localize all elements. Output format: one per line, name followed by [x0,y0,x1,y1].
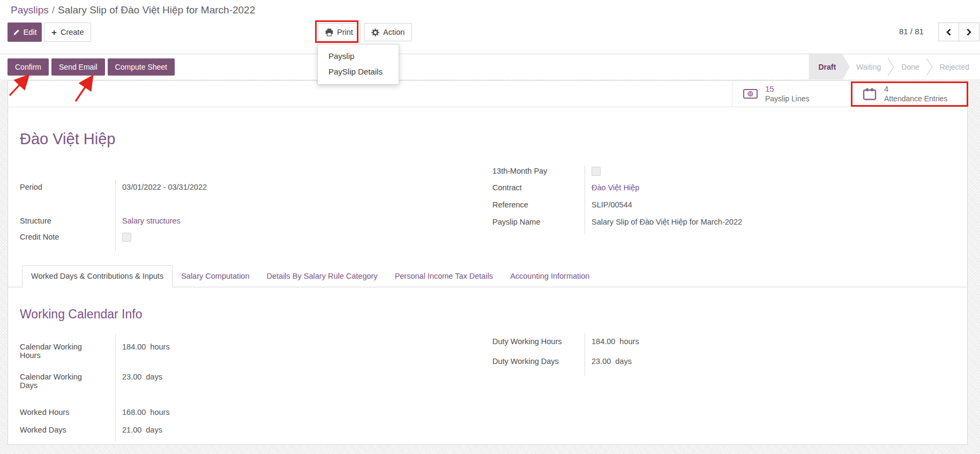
field-row-structure: Structure Salary structures [20,217,384,233]
step-separator-chevron-icon [926,58,933,76]
field-row-duty-working-hours: Duty Working Hours 184.00hours [492,337,867,357]
status-step-draft[interactable]: Draft [809,54,850,80]
tab-accounting-information[interactable]: Accounting Information [502,266,598,287]
confirm-button[interactable]: Confirm [8,58,49,76]
worked-days-value: 21.00days [115,426,162,434]
field-row-calendar-working-hours: Calendar Working Hours 184.00hours [20,343,384,373]
attendance-entries-label: Attendance Entries [884,94,947,104]
pager [938,23,979,41]
calendar-icon [863,88,877,100]
field-group-right: 13th-Month Pay Contract Đào Việt Hiệp Re… [492,167,932,235]
duty-working-days-value: 23.00days [585,357,632,366]
breadcrumb: Payslips/Salary Slip of Đào Việt Hiệp fo… [11,4,255,16]
pencil-icon [13,29,20,36]
tab-personal-income-tax-details[interactable]: Personal Income Tax Details [386,266,502,287]
field-row-credit-note: Credit Note [20,233,384,249]
duty-working-hours-label: Duty Working Hours [492,337,585,346]
record-title: Đào Việt Hiệp [20,130,115,148]
calendar-working-days-value: 23.00days [115,373,162,381]
banknote-icon [743,89,758,99]
pager-value: 81 / 81 [899,27,924,36]
tab-details-by-salary-rule-category[interactable]: Details By Salary Rule Category [258,266,386,287]
printer-icon [325,28,333,36]
payslip-form-page: Payslips/Salary Slip of Đào Việt Hiệp fo… [0,0,980,454]
working-calendar-left-group: Calendar Working Hours 184.00hours Calen… [20,343,384,443]
breadcrumb-current-record: Salary Slip of Đào Việt Hiệp for March-2… [58,4,255,16]
field-row-period: Period 03/01/2022 - 03/31/2022 [20,183,384,200]
payslip-name-label: Payslip Name [492,218,585,226]
notebook-tabbar: Worked Days & Contributions & Inputs Sal… [8,265,967,287]
attendance-entries-count: 4 [884,84,947,94]
field-group-left: Period 03/01/2022 - 03/31/2022 Structure… [20,183,384,249]
plus-icon: + [51,28,57,37]
contract-link[interactable]: Đào Việt Hiệp [592,183,639,192]
field-row-duty-working-days: Duty Working Days 23.00days [492,357,867,377]
credit-note-label: Credit Note [20,233,115,241]
period-label: Period [20,183,115,191]
action-button-label: Action [383,28,405,36]
create-button[interactable]: + Create [44,23,91,42]
record-sheet: 15 Payslip Lines 4 Attendance Entries [8,80,968,445]
tab-worked-days-contributions-inputs[interactable]: Worked Days & Contributions & Inputs [22,265,173,287]
print-menu-item-payslip[interactable]: Payslip [318,48,399,64]
field-row-reference: Reference SLIP/00544 [492,200,932,218]
working-calendar-right-group: Duty Working Hours 184.00hours Duty Work… [492,337,867,377]
structure-label: Structure [20,217,115,225]
attendance-entries-stat-button[interactable]: 4 Attendance Entries [851,81,967,107]
calendar-working-hours-label: Calendar Working Hours [20,343,115,360]
thirteenth-month-pay-label: 13th-Month Pay [492,167,585,175]
status-step-rejected[interactable]: Rejected [933,54,980,80]
chevron-left-icon [946,28,952,36]
step-separator-chevron-icon [887,58,895,76]
gear-icon [371,28,379,36]
calendar-working-hours-value: 184.00hours [115,343,170,351]
send-email-button[interactable]: Send Email [51,58,105,76]
breadcrumb-payslips-link[interactable]: Payslips [11,4,49,16]
stat-button-box: 15 Payslip Lines 4 Attendance Entries [8,81,967,107]
duty-working-hours-value: 184.00hours [585,337,639,346]
pager-previous-button[interactable] [938,23,959,41]
field-row-worked-hours: Worked Hours 168.00hours [20,408,384,426]
thirteenth-month-pay-checkbox[interactable] [592,167,601,176]
reference-label: Reference [492,200,585,209]
create-button-label: Create [61,28,84,36]
pager-next-button[interactable] [959,23,979,41]
payslip-lines-stat-button[interactable]: 15 Payslip Lines [732,81,851,107]
action-button[interactable]: Action [364,23,412,41]
payslip-name-value: Salary Slip of Đào Việt Hiệp for March-2… [585,218,742,226]
statusbar: Confirm Send Email Compute Sheet Draft W… [0,54,980,79]
worked-days-label: Worked Days [20,426,115,434]
period-value: 03/01/2022 - 03/31/2022 [115,183,207,191]
field-row-13th-month-pay: 13th-Month Pay [492,167,932,183]
print-button-label: Print [337,28,353,36]
print-button[interactable]: Print [318,23,361,41]
structure-link[interactable]: Salary structures [122,217,181,225]
breadcrumb-separator: / [52,4,55,16]
reference-value: SLIP/00544 [585,200,632,209]
calendar-working-days-label: Calendar Working Days [20,373,115,390]
tab-salary-computation[interactable]: Salary Computation [173,266,258,287]
credit-note-checkbox[interactable] [122,233,131,242]
contract-label: Contract [492,183,585,192]
status-steps: Draft Waiting Done Rejected [809,54,980,80]
compute-sheet-button[interactable]: Compute Sheet [108,58,175,76]
field-row-calendar-working-days: Calendar Working Days 23.00days [20,373,384,403]
field-row-payslip-name: Payslip Name Salary Slip of Đào Việt Hiệ… [492,218,932,235]
worked-hours-label: Worked Hours [20,408,115,416]
working-calendar-info-title: Working Calendar Info [20,307,142,322]
status-step-done[interactable]: Done [895,54,925,80]
payslip-lines-label: Payslip Lines [765,94,810,104]
duty-working-days-label: Duty Working Days [492,357,585,366]
print-menu-item-payslip-details[interactable]: PaySlip Details [318,64,399,79]
edit-button-label: Edit [24,28,37,36]
payslip-lines-count: 15 [765,84,810,94]
status-step-waiting[interactable]: Waiting [850,54,887,80]
field-row-contract: Contract Đào Việt Hiệp [492,183,932,200]
worked-hours-value: 168.00hours [115,408,170,416]
edit-button[interactable]: Edit [8,23,42,42]
print-dropdown-menu: Payslip PaySlip Details [317,44,399,85]
chevron-right-icon [966,28,972,36]
field-row-worked-days: Worked Days 21.00days [20,426,384,443]
